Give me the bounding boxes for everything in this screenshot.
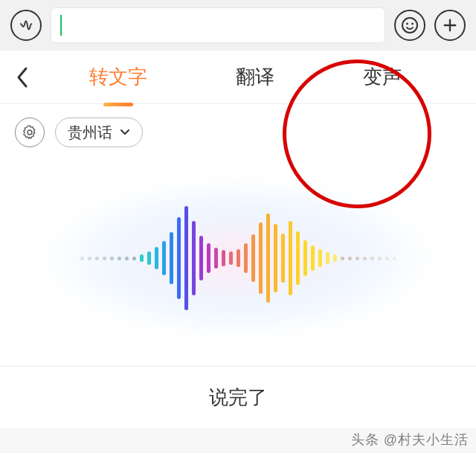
svg-point-0: [402, 18, 417, 33]
sound-wave-icon: [18, 17, 34, 33]
plus-icon: [442, 17, 458, 33]
back-button[interactable]: [0, 66, 45, 89]
done-label: 说完了: [209, 386, 267, 408]
done-button[interactable]: 说完了: [0, 366, 476, 428]
tab-row: 转文字 翻译 变声: [0, 51, 476, 104]
settings-button[interactable]: [15, 118, 45, 147]
dialect-label: 贵州话: [68, 123, 112, 143]
chevron-down-icon: [120, 129, 130, 136]
tab-to-text[interactable]: 转文字: [86, 58, 150, 96]
tab-voice-change[interactable]: 变声: [360, 58, 405, 96]
voice-icon[interactable]: [10, 10, 42, 41]
text-input[interactable]: [51, 7, 385, 43]
dialect-selector[interactable]: 贵州话: [55, 118, 143, 147]
svg-point-2: [411, 23, 414, 25]
add-button[interactable]: [434, 10, 466, 41]
control-row: 贵州话: [0, 104, 476, 150]
emoji-button[interactable]: [394, 10, 425, 41]
svg-point-3: [28, 130, 32, 135]
gear-icon: [22, 124, 38, 141]
smile-icon: [401, 16, 419, 34]
tabs-container: 转文字 翻译 变声: [45, 58, 476, 96]
top-bar: [0, 0, 476, 51]
svg-point-1: [406, 23, 408, 25]
watermark: 头条 @村夫小生活: [351, 431, 469, 449]
waveform-area: [0, 150, 476, 366]
waveform: [80, 206, 396, 310]
input-cursor: [60, 15, 62, 36]
chevron-left-icon: [16, 66, 29, 89]
tab-translate[interactable]: 翻译: [233, 58, 277, 96]
